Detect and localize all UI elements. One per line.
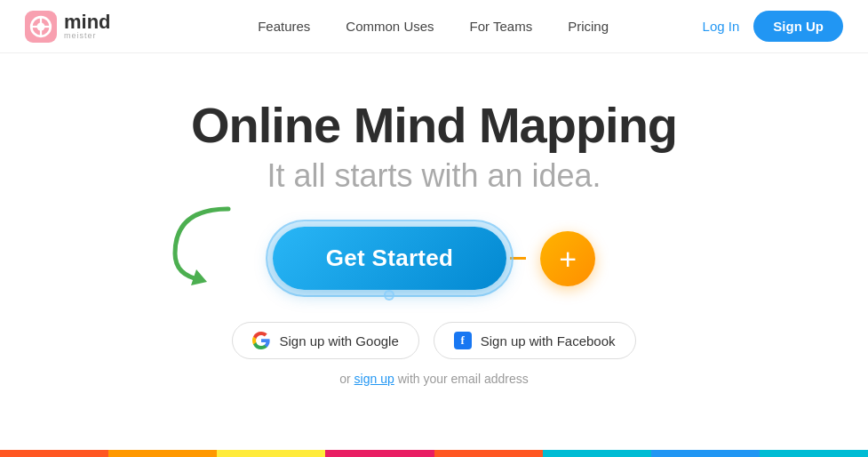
strip-blue (651, 450, 760, 457)
strip-yellow (217, 450, 325, 457)
get-started-wrap: Get Started (273, 227, 506, 290)
get-started-button[interactable]: Get Started (273, 227, 506, 290)
signup-row: Sign up with Google f Sign up with Faceb… (232, 322, 635, 359)
plus-button[interactable]: + (540, 231, 595, 286)
strip-orange (108, 450, 217, 457)
email-text: with your email address (398, 372, 529, 386)
google-icon (252, 332, 270, 349)
strip-red (0, 450, 108, 457)
login-button[interactable]: Log In (703, 19, 740, 34)
navbar: mind meister Features Common Uses For Te… (0, 0, 868, 53)
nav-pricing[interactable]: Pricing (568, 19, 609, 34)
nav-features[interactable]: Features (258, 19, 310, 34)
or-text: or (339, 372, 350, 386)
hero-section: Online Mind Mapping It all starts with a… (0, 53, 868, 386)
logo[interactable]: mind meister (25, 11, 111, 43)
nav-actions: Log In Sign Up (703, 11, 843, 42)
logo-sub: meister (64, 32, 111, 40)
logo-icon (25, 11, 57, 43)
nav-for-teams[interactable]: For Teams (470, 19, 533, 34)
bottom-strip (0, 450, 868, 457)
hero-title: Online Mind Mapping (191, 96, 677, 154)
or-email-line: or sign up with your email address (339, 372, 528, 386)
logo-name: mind (64, 12, 111, 32)
signup-facebook-button[interactable]: f Sign up with Facebook (434, 322, 636, 359)
hero-subtitle: It all starts with an idea. (267, 157, 601, 195)
cta-area: Get Started + (273, 227, 595, 290)
strip-cyan2 (760, 450, 868, 457)
facebook-icon: f (454, 332, 472, 349)
signup-google-button[interactable]: Sign up with Google (232, 322, 418, 359)
strip-cyan (543, 450, 651, 457)
glow-dot (384, 290, 394, 301)
signup-facebook-label: Sign up with Facebook (481, 333, 616, 349)
signup-google-label: Sign up with Google (279, 333, 398, 349)
nav-links: Features Common Uses For Teams Pricing (164, 19, 703, 34)
signup-email-link[interactable]: sign up (354, 372, 394, 386)
nav-common-uses[interactable]: Common Uses (346, 19, 434, 34)
strip-pink (325, 450, 434, 457)
strip-red2 (434, 450, 543, 457)
signup-nav-button[interactable]: Sign Up (753, 11, 843, 42)
